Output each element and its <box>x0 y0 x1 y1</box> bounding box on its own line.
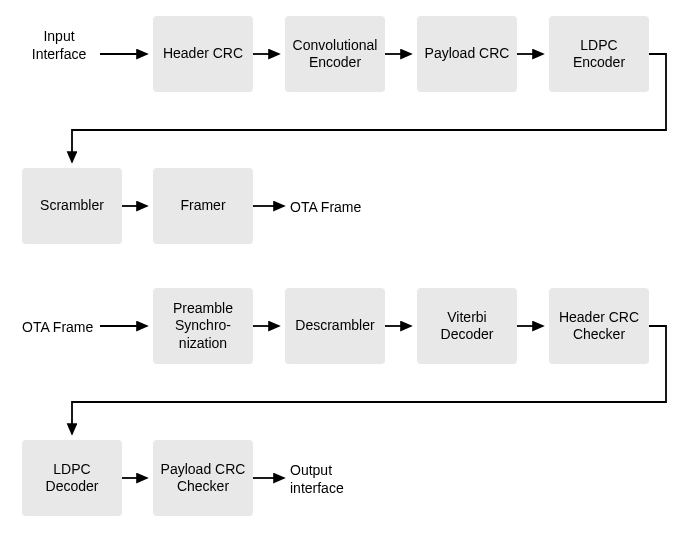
box-header-crc-checker: Header CRC Checker <box>549 288 649 364</box>
box-header-crc: Header CRC <box>153 16 253 92</box>
output-interface-label: Output interface <box>290 462 380 497</box>
box-scrambler: Scrambler <box>22 168 122 244</box>
box-preamble-sync: Preamble Synchro‐nization <box>153 288 253 364</box>
box-descrambler: Descrambler <box>285 288 385 364</box>
box-convolutional-encoder: Convolutional Encoder <box>285 16 385 92</box>
box-ldpc-decoder: LDPC Decoder <box>22 440 122 516</box>
ota-frame-in-label: OTA Frame <box>22 319 107 337</box>
box-ldpc-encoder: LDPC Encoder <box>549 16 649 92</box>
box-payload-crc: Payload CRC <box>417 16 517 92</box>
input-interface-label: Input Interface <box>24 28 94 63</box>
diagram-canvas: Input Interface Header CRC Convolutional… <box>0 0 700 536</box>
box-framer: Framer <box>153 168 253 244</box>
box-viterbi-decoder: Viterbi Decoder <box>417 288 517 364</box>
ota-frame-out-label: OTA Frame <box>290 199 380 217</box>
box-payload-crc-checker: Payload CRC Checker <box>153 440 253 516</box>
